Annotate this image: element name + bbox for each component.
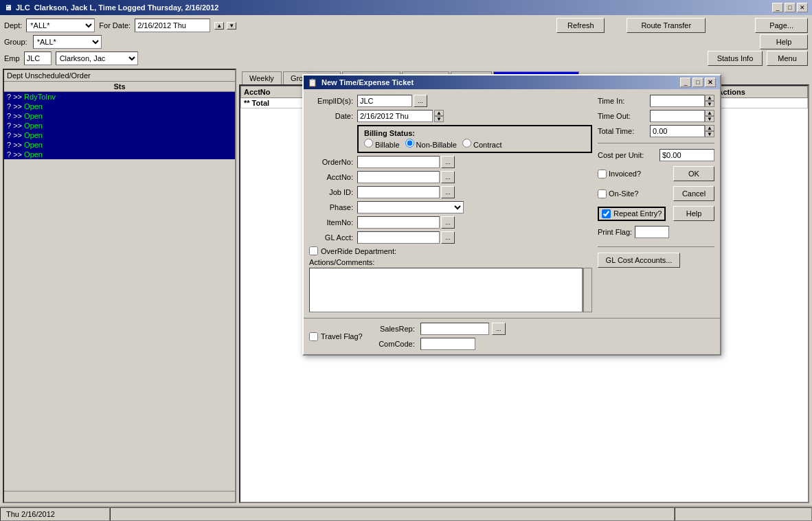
print-flag-input[interactable] [635, 226, 669, 238]
salesrep-browse-button[interactable]: ... [492, 323, 506, 335]
order-no-label: OrderNo: [309, 158, 357, 166]
help-button[interactable]: Help [760, 34, 808, 49]
maximize-button[interactable]: □ [785, 3, 796, 12]
dept-select[interactable]: *ALL* [26, 19, 95, 32]
dialog-new-ticket: 📋 New Time/Expense Ticket _ □ ✕ EmplID(s… [302, 74, 721, 356]
tab-weekly[interactable]: Weekly [242, 71, 282, 84]
time-out-spin-up[interactable]: ▲ [705, 110, 714, 116]
list-item[interactable]: ? >> Open [4, 150, 235, 159]
billable-radio[interactable] [364, 139, 373, 148]
list-item[interactable]: ? >> Open [4, 102, 235, 111]
time-in-input[interactable] [650, 95, 705, 107]
page-button[interactable]: Page... [755, 18, 808, 33]
item-no-field: ... [357, 216, 455, 229]
acct-no-browse-button[interactable]: ... [441, 171, 455, 183]
repeat-entry-checkbox[interactable] [602, 209, 611, 218]
list-item[interactable]: ? >> Open [4, 121, 235, 130]
time-in-spin-up[interactable]: ▲ [705, 95, 714, 101]
cost-per-unit-input[interactable] [659, 149, 714, 161]
list-item[interactable]: ? >> Open [4, 140, 235, 150]
divider-2 [598, 246, 714, 247]
total-time-input[interactable] [650, 125, 705, 137]
for-date-label: For Date: [99, 21, 131, 30]
onsite-checkbox[interactable] [598, 189, 607, 198]
item-no-input[interactable] [357, 216, 440, 229]
acct-no-field: ... [357, 171, 455, 183]
spin-up-date[interactable]: ▲ [214, 22, 224, 30]
minimize-button[interactable]: _ [772, 3, 783, 12]
cancel-button[interactable]: Cancel [673, 186, 714, 201]
dialog-icon: 📋 [308, 78, 317, 87]
toolbar: Dept: *ALL* For Date: ▲ ▼ Refresh Route … [0, 15, 812, 69]
time-in-spinner: ▲ ▼ [705, 95, 714, 107]
close-button[interactable]: ✕ [797, 3, 808, 12]
route-transfer-button[interactable]: Route Transfer [627, 18, 706, 33]
time-in-spin-down[interactable]: ▼ [705, 101, 714, 107]
emp-id-input[interactable] [24, 51, 52, 65]
order-no-browse-button[interactable]: ... [441, 156, 455, 168]
total-time-spin-up[interactable]: ▲ [705, 125, 714, 131]
spin-down-date[interactable]: ▼ [227, 22, 236, 30]
emp-name-select[interactable]: Clarkson, Jac [56, 51, 138, 65]
actions-comments-textarea[interactable] [309, 268, 583, 312]
group-select[interactable]: *ALL* [33, 35, 102, 49]
non-billable-option[interactable]: Non-Billable [405, 139, 457, 149]
comcode-row: ComCode: [376, 338, 506, 350]
refresh-button[interactable]: Refresh [556, 18, 605, 33]
dialog-maximize-button[interactable]: □ [692, 78, 703, 87]
empl-id-browse-button[interactable]: ... [414, 95, 427, 107]
invoiced-checkbox[interactable] [598, 170, 607, 178]
list-item[interactable]: ? >> Open [4, 130, 235, 140]
time-out-input[interactable] [650, 110, 705, 122]
toolbar-row-2: Group: *ALL* Help [4, 34, 808, 49]
total-time-row: Total Time: ▲ ▼ [598, 125, 714, 137]
comments-scrollbar[interactable] [583, 268, 592, 312]
dialog-title-controls: _ □ ✕ [680, 78, 716, 87]
override-dept-label: OverRide Department: [321, 247, 396, 255]
print-flag-row: Print Flag: [598, 226, 714, 238]
time-out-spin-down[interactable]: ▼ [705, 116, 714, 122]
date-input[interactable] [357, 110, 433, 122]
override-dept-checkbox[interactable] [309, 246, 318, 255]
salesrep-input[interactable] [420, 323, 489, 335]
billable-option[interactable]: Billable [364, 139, 400, 149]
date-spin-up-button[interactable]: ▲ [434, 110, 444, 116]
status-section-3 [675, 507, 812, 521]
menu-button[interactable]: Menu [767, 51, 808, 66]
travel-flag-checkbox[interactable] [309, 332, 318, 341]
gl-acct-field: ... [357, 231, 455, 244]
acct-no-row: AcctNo: ... [309, 171, 592, 183]
invoiced-check-group: Invoiced? [598, 170, 641, 178]
phase-label: Phase: [309, 203, 357, 211]
ok-button[interactable]: OK [673, 166, 714, 181]
left-panel-hscroll[interactable] [4, 491, 235, 502]
actions-comments-label: Actions/Comments: [309, 258, 592, 266]
order-no-input[interactable] [357, 156, 440, 168]
dialog-minimize-button[interactable]: _ [680, 78, 691, 87]
phase-select[interactable] [357, 201, 464, 213]
acct-no-input[interactable] [357, 171, 440, 183]
gl-cost-accounts-button[interactable]: GL Cost Accounts... [598, 253, 680, 268]
billable-label: Billable [375, 141, 399, 149]
empl-id-input[interactable] [357, 95, 412, 107]
total-time-spin-down[interactable]: ▼ [705, 131, 714, 137]
contract-option[interactable]: Contract [462, 139, 502, 149]
list-item[interactable]: ? >> RdyToInv [4, 92, 235, 102]
onsite-row: On-Site? Cancel [598, 186, 714, 201]
item-no-browse-button[interactable]: ... [441, 216, 455, 229]
job-id-input[interactable] [357, 186, 440, 198]
dialog-close-button[interactable]: ✕ [705, 78, 716, 87]
list-item[interactable]: ? >> Open [4, 111, 235, 121]
actions-comments-container [309, 268, 592, 312]
job-id-browse-button[interactable]: ... [441, 186, 455, 198]
non-billable-radio[interactable] [405, 139, 414, 148]
date-spin-down-button[interactable]: ▼ [434, 116, 444, 122]
gl-acct-input[interactable] [357, 231, 440, 244]
contract-radio[interactable] [462, 139, 471, 148]
for-date-input[interactable] [135, 19, 210, 32]
empl-id-label: EmplID(s): [309, 97, 357, 105]
gl-acct-browse-button[interactable]: ... [441, 231, 455, 244]
status-info-button[interactable]: Status Info [708, 51, 763, 66]
help-button-dialog[interactable]: Help [673, 206, 714, 221]
comcode-input[interactable] [420, 338, 475, 350]
